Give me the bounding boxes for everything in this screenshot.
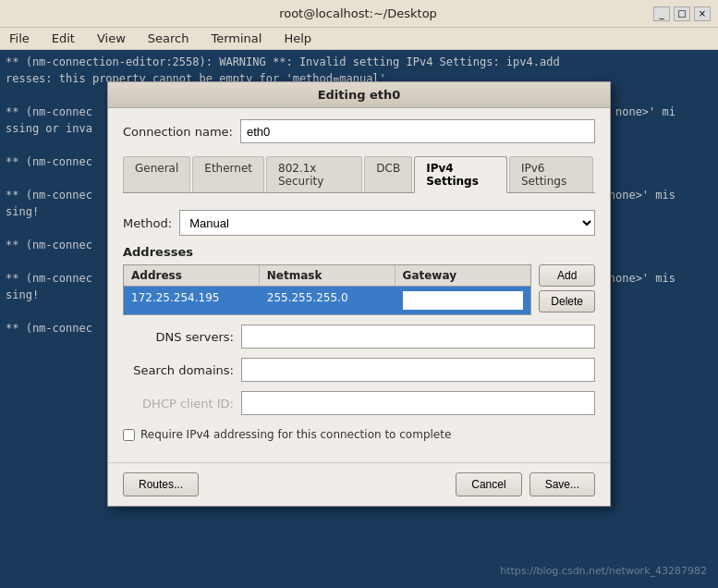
tab-ethernet[interactable]: Ethernet bbox=[192, 156, 264, 192]
connection-name-input[interactable] bbox=[240, 119, 595, 143]
connection-name-row: Connection name: bbox=[123, 119, 595, 143]
search-domains-label: Search domains: bbox=[123, 363, 234, 377]
header-netmask: Netmask bbox=[260, 265, 396, 286]
search-domains-row: Search domains: bbox=[123, 358, 595, 382]
save-button[interactable]: Save... bbox=[529, 472, 595, 496]
checkbox-row: Require IPv4 addressing for this connect… bbox=[123, 424, 595, 441]
tab-general[interactable]: General bbox=[123, 156, 190, 192]
dialog-titlebar: Editing eth0 bbox=[108, 82, 610, 108]
header-gateway: Gateway bbox=[396, 265, 531, 286]
dhcp-client-id-label: DHCP client ID: bbox=[123, 397, 234, 410]
cell-address: 172.25.254.195 bbox=[124, 287, 260, 314]
method-row: Method: Manual Automatic (DHCP) Link-Loc… bbox=[123, 210, 595, 236]
table-row: 172.25.254.195 255.255.255.0 bbox=[124, 287, 530, 314]
connection-name-label: Connection name: bbox=[123, 125, 233, 139]
modal-overlay: Editing eth0 Connection name: General Et… bbox=[0, 0, 718, 588]
tab-dcb[interactable]: DCB bbox=[364, 156, 412, 192]
dhcp-client-id-input[interactable] bbox=[241, 391, 595, 415]
method-label: Method: bbox=[123, 216, 172, 230]
tabs-row: General Ethernet 802.1x Security DCB IPv… bbox=[123, 156, 595, 193]
table-buttons: Add Delete bbox=[539, 264, 595, 315]
ipv4-required-checkbox[interactable] bbox=[123, 429, 135, 441]
add-button[interactable]: Add bbox=[539, 264, 595, 287]
dns-servers-input[interactable] bbox=[241, 325, 595, 349]
watermark: https://blog.csdn.net/network_43287982 bbox=[500, 565, 707, 577]
cell-gateway bbox=[396, 287, 531, 314]
dialog-body: Connection name: General Ethernet 802.1x… bbox=[108, 108, 610, 462]
gateway-input[interactable] bbox=[403, 291, 524, 310]
tab-ipv4-settings[interactable]: IPv4 Settings bbox=[414, 156, 507, 193]
addresses-label: Addresses bbox=[123, 245, 595, 259]
dns-servers-label: DNS servers: bbox=[123, 330, 234, 344]
addresses-table-wrapper: Address Netmask Gateway 172.25.254.195 2… bbox=[123, 264, 595, 315]
delete-button[interactable]: Delete bbox=[539, 290, 595, 312]
ipv4-required-label: Require IPv4 addressing for this connect… bbox=[140, 428, 451, 441]
editing-dialog: Editing eth0 Connection name: General Et… bbox=[107, 81, 611, 507]
table-header: Address Netmask Gateway bbox=[124, 265, 530, 287]
header-address: Address bbox=[124, 265, 260, 286]
routes-button[interactable]: Routes... bbox=[123, 472, 199, 496]
tab-8021x-security[interactable]: 802.1x Security bbox=[266, 156, 362, 192]
method-select[interactable]: Manual Automatic (DHCP) Link-Local Only … bbox=[179, 210, 595, 236]
dialog-title: Editing eth0 bbox=[152, 88, 566, 102]
dialog-footer: Routes... Cancel Save... bbox=[108, 462, 610, 506]
footer-buttons: Cancel Save... bbox=[456, 472, 595, 496]
addresses-table: Address Netmask Gateway 172.25.254.195 2… bbox=[123, 264, 531, 315]
cell-netmask: 255.255.255.0 bbox=[260, 287, 396, 314]
addresses-section: Addresses Address Netmask Gateway 17 bbox=[123, 245, 595, 315]
search-domains-input[interactable] bbox=[241, 358, 595, 382]
ipv4-tab-content: Method: Manual Automatic (DHCP) Link-Loc… bbox=[123, 202, 595, 441]
cancel-button[interactable]: Cancel bbox=[456, 472, 521, 496]
dns-servers-row: DNS servers: bbox=[123, 325, 595, 349]
tab-ipv6-settings[interactable]: IPv6 Settings bbox=[509, 156, 593, 192]
dhcp-client-id-row: DHCP client ID: bbox=[123, 391, 595, 415]
